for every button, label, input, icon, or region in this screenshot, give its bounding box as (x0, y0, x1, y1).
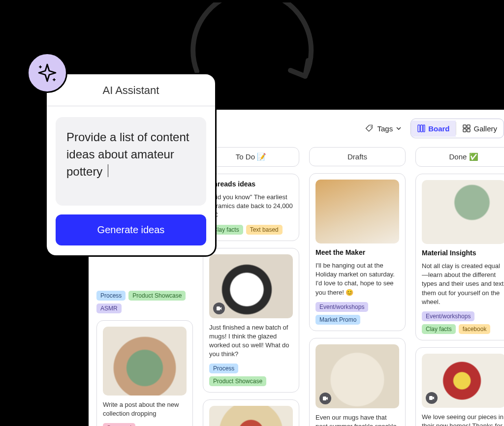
tag-event[interactable]: Event/workshops (422, 311, 474, 321)
card[interactable]: Material Insights Not all clay is create… (415, 174, 504, 340)
card-text: Write a post about the new collection dr… (103, 400, 187, 418)
tag-seasonal[interactable]: Seasonal (103, 423, 135, 426)
tag-process[interactable]: Process (96, 291, 126, 301)
media-badge (213, 303, 225, 314)
tag-event[interactable]: Event/workshops (315, 302, 368, 312)
card[interactable]: Threads ideas "Did you know" The earlies… (203, 174, 299, 241)
card-text: "Did you know" The earliest ceramics dat… (209, 193, 293, 220)
tag-icon (365, 124, 374, 133)
media-badge (426, 392, 438, 404)
ai-prompt-input[interactable]: Provide a list of content ideas about am… (56, 117, 206, 206)
card-text: Not all clay is created equal—learn abou… (422, 262, 504, 306)
card[interactable]: Even our mugs have that post summer frec… (309, 338, 406, 426)
card[interactable]: Meet the Maker I'll be hanging out at th… (309, 173, 406, 331)
svg-rect-8 (217, 306, 220, 310)
svg-rect-3 (423, 125, 425, 132)
card-tags: Event/workshops Market Promo (315, 302, 399, 325)
card-image (209, 406, 293, 426)
card-image (315, 180, 399, 243)
card-tags: Seasonal Product Showcase (103, 423, 187, 426)
chevron-down-icon (396, 125, 402, 131)
card-tags: Process Product Showcase (209, 364, 293, 386)
svg-rect-1 (418, 125, 420, 132)
ai-prompt-text: Provide a list of content ideas about am… (66, 130, 189, 178)
text-cursor (108, 164, 108, 177)
card-image (315, 344, 399, 408)
column-header-drafts: Drafts (309, 147, 406, 166)
gallery-label: Gallery (473, 124, 497, 133)
card-text: Even our mugs have that post summer frec… (315, 413, 399, 426)
card-title: Material Insights (422, 249, 504, 257)
tag-textbased[interactable]: Text based (246, 225, 283, 235)
board-icon (417, 124, 425, 132)
svg-rect-2 (421, 125, 423, 132)
card-image (422, 180, 504, 244)
card-image (422, 354, 504, 408)
ai-modal-title: AI Assistant (47, 74, 215, 106)
card-title: Meet the Maker (315, 248, 399, 256)
card[interactable]: Just finished a new batch of mugs! I thi… (203, 248, 299, 393)
card-tags: Event/workshops Clay facts facebook (422, 311, 504, 334)
media-badge (319, 393, 331, 404)
svg-point-0 (371, 126, 372, 127)
generate-ideas-button[interactable]: Generate ideas (56, 214, 206, 245)
column-header-todo: To Do 📝 (203, 147, 299, 167)
column-done: Done ✅ Material Insights Not all clay is… (415, 147, 504, 426)
svg-rect-9 (323, 396, 326, 400)
card[interactable]: Write a post about the new collection dr… (96, 320, 193, 426)
gallery-icon (463, 124, 471, 132)
ai-sparkle-badge (27, 53, 67, 93)
tags-dropdown[interactable]: Tags (363, 121, 404, 136)
gallery-view-button[interactable]: Gallery (456, 121, 504, 137)
column-drafts: Drafts Meet the Maker I'll be hanging ou… (309, 147, 406, 426)
tag-showcase[interactable]: Product Showcase (128, 291, 186, 301)
view-switch: Board Gallery (410, 119, 504, 138)
tag-clayfacts[interactable]: Clay facts (422, 324, 456, 334)
ai-assistant-modal: AI Assistant Provide a list of content i… (45, 73, 217, 257)
card-tags: Process Product Showcase ASMR (96, 291, 193, 313)
svg-rect-7 (467, 129, 470, 132)
tag-facebook[interactable]: facebook (459, 324, 491, 334)
svg-rect-5 (467, 125, 470, 128)
tag-showcase[interactable]: Product Showcase (209, 376, 266, 386)
card[interactable]: We love seeing our pieces in their new h… (415, 347, 504, 426)
board-view-button[interactable]: Board (411, 121, 456, 137)
card[interactable]: Just finished a new batch of mugs! I (203, 399, 299, 426)
column-header-done: Done ✅ (415, 147, 504, 167)
card-text: We love seeing our pieces in their new h… (422, 413, 504, 426)
board-label: Board (428, 124, 449, 133)
card-image (103, 327, 187, 396)
tag-promo[interactable]: Market Promo (315, 315, 360, 325)
tag-asmr[interactable]: ASMR (96, 304, 122, 313)
card-text: I'll be hanging out at the Holiday marke… (315, 261, 399, 297)
card-text: Just finished a new batch of mugs! I thi… (209, 323, 293, 359)
svg-rect-4 (463, 125, 466, 128)
svg-rect-10 (429, 396, 433, 400)
svg-rect-6 (463, 129, 466, 132)
tag-process[interactable]: Process (209, 364, 238, 373)
column-todo: To Do 📝 Threads ideas "Did you know" The… (203, 147, 299, 426)
card-title: Threads ideas (209, 180, 293, 188)
card-tags: Clay facts Text based (209, 225, 293, 235)
sparkle-icon (37, 62, 58, 83)
tags-label: Tags (377, 124, 393, 133)
card-image (209, 254, 293, 318)
